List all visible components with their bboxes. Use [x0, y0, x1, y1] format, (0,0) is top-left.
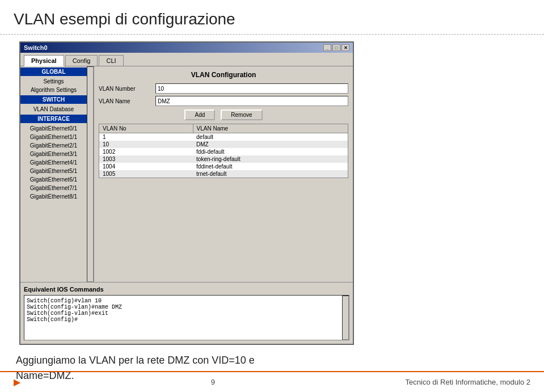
tab-bar: Physical Config CLI — [20, 53, 353, 66]
vlan-table: VLAN No VLAN Name 1default10DMZ1002fddi-… — [99, 124, 348, 178]
ios-line: Switch(config)# — [27, 317, 347, 323]
tab-cli[interactable]: CLI — [99, 55, 123, 66]
footer-arrow-icon: ▶ — [14, 377, 20, 387]
add-button[interactable]: Add — [184, 109, 215, 120]
tab-config[interactable]: Config — [65, 55, 98, 66]
close-button[interactable]: ✕ — [341, 44, 349, 51]
table-row: 1002fddi-default — [99, 148, 348, 155]
table-row: 1003token-ring-default — [99, 155, 348, 163]
vlan-no-cell: 1004 — [99, 163, 193, 170]
left-item-ge41[interactable]: GigabitEthernet4/1 — [20, 158, 87, 167]
title-bar: Switch0 _ □ ✕ — [20, 43, 353, 53]
vlan-number-input[interactable] — [155, 83, 348, 94]
simulator-window: Switch0 _ □ ✕ Physical Config CLI GLOBAL — [19, 41, 354, 345]
col-vlan-no: VLAN No — [99, 124, 193, 133]
ios-terminal[interactable]: Switch(config)#vlan 10Switch(config-vlan… — [24, 295, 349, 340]
right-panel: VLAN Configuration VLAN Number VLAN Name… — [94, 66, 353, 282]
left-item-ge71[interactable]: GigabitEthernet7/1 — [20, 184, 87, 192]
left-item-ge61[interactable]: GigabitEthernet6/1 — [20, 175, 87, 184]
col-vlan-name: VLAN Name — [193, 124, 348, 133]
title-bar-controls: _ □ ✕ — [323, 44, 349, 51]
left-item-ge81[interactable]: GigabitEthernet8/1 — [20, 192, 87, 201]
vlan-name-row: VLAN Name — [99, 96, 348, 106]
action-buttons: Add Remove — [99, 109, 348, 120]
vlan-config-title: VLAN Configuration — [99, 71, 348, 79]
left-item-vlan-database[interactable]: VLAN Database — [20, 105, 87, 113]
minimize-button[interactable]: _ — [323, 44, 331, 51]
vlan-name-cell: fddi-default — [193, 148, 348, 155]
remove-button[interactable]: Remove — [221, 109, 262, 120]
bottom-line1: Aggiungiamo la VLAN per la rete DMZ con … — [16, 353, 255, 368]
vlan-no-cell: 10 — [99, 141, 193, 148]
section-interface: INTERFACE — [20, 115, 87, 123]
vlan-name-cell: DMZ — [193, 141, 348, 148]
footer-page-number: 9 — [211, 378, 215, 386]
left-panel: GLOBAL Settings Algorithm Settings SWITC… — [20, 66, 94, 282]
left-item-ge21[interactable]: GigabitEthernet2/1 — [20, 141, 87, 150]
vlan-no-cell: 1 — [99, 133, 193, 141]
ios-scrollbar[interactable] — [342, 296, 349, 340]
sim-body: GLOBAL Settings Algorithm Settings SWITC… — [20, 66, 353, 282]
vlan-no-cell: 1002 — [99, 148, 193, 155]
ios-line: Switch(config-vlan)#name DMZ — [27, 304, 347, 310]
table-row: 1005trnet-default — [99, 170, 348, 178]
ios-terminal-content: Switch(config)#vlan 10Switch(config-vlan… — [27, 298, 347, 338]
page-title: VLAN esempi di configurazione — [0, 0, 544, 35]
vlan-name-input[interactable] — [155, 96, 348, 106]
left-item-ge31[interactable]: GigabitEthernet3/1 — [20, 150, 87, 158]
section-global: GLOBAL — [20, 68, 87, 76]
left-panel-scroll: GLOBAL Settings Algorithm Settings SWITC… — [20, 66, 94, 282]
ios-line: Switch(config-vlan)#exit — [27, 310, 347, 317]
section-switch: SWITCH — [20, 95, 87, 104]
footer: ▶ 9 Tecnico di Reti Informatiche, modulo… — [0, 371, 544, 392]
vlan-no-cell: 1003 — [99, 155, 193, 163]
ios-title: Equivalent IOS Commands — [24, 286, 349, 293]
ios-section: Equivalent IOS Commands Switch(config)#v… — [20, 282, 353, 344]
window-title: Switch0 — [24, 44, 48, 51]
tab-physical[interactable]: Physical — [24, 55, 64, 66]
vlan-name-cell: trnet-default — [193, 170, 348, 178]
table-row: 1004fddinet-default — [99, 163, 348, 170]
vlan-name-cell: default — [193, 133, 348, 141]
left-item-ge51[interactable]: GigabitEthernet5/1 — [20, 167, 87, 175]
vlan-name-label: VLAN Name — [99, 98, 155, 104]
vlan-no-cell: 1005 — [99, 170, 193, 178]
left-scrollbar[interactable] — [87, 66, 94, 282]
left-item-ge01[interactable]: GigabitEthernet0/1 — [20, 124, 87, 133]
maximize-button[interactable]: □ — [332, 44, 340, 51]
vlan-name-cell: fddinet-default — [193, 163, 348, 170]
left-panel-items: GLOBAL Settings Algorithm Settings SWITC… — [20, 66, 87, 282]
footer-caption: Tecnico di Reti Informatiche, modulo 2 — [406, 378, 530, 386]
ios-line: Switch(config)#vlan 10 — [27, 298, 347, 304]
vlan-number-label: VLAN Number — [99, 86, 155, 92]
vlan-name-cell: token-ring-default — [193, 155, 348, 163]
vlan-number-row: VLAN Number — [99, 83, 348, 94]
table-row: 10DMZ — [99, 141, 348, 148]
table-row: 1default — [99, 133, 348, 141]
left-item-ge11[interactable]: GigabitEthernet1/1 — [20, 133, 87, 141]
left-item-settings[interactable]: Settings — [20, 77, 87, 86]
left-item-algorithm-settings[interactable]: Algorithm Settings — [20, 86, 87, 94]
